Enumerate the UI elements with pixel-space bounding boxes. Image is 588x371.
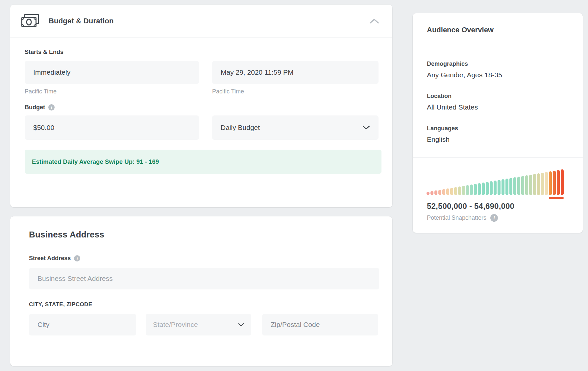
- demographics-value: Any Gender, Ages 18-35: [427, 71, 569, 79]
- snap-ads-manager-page: Budget & Duration Starts & Ends Pacific …: [0, 0, 588, 371]
- audience-bar: [470, 185, 473, 195]
- audience-bar: [498, 180, 501, 195]
- audience-bar: [517, 177, 520, 195]
- business-address-card: Business Address Street Address i CITY, …: [10, 216, 392, 366]
- audience-bar: [533, 174, 536, 195]
- audience-bar: [545, 172, 548, 195]
- audience-overview-card: Audience Overview Demographics Any Gende…: [413, 13, 583, 233]
- audience-bar: [494, 181, 497, 195]
- audience-bar: [430, 191, 433, 195]
- start-timezone-caption: Pacific Time: [25, 88, 199, 95]
- audience-bar: [478, 183, 481, 195]
- audience-chart-highlight-underline: [549, 197, 564, 199]
- swipe-up-estimate-banner: Estimated Daily Average Swipe Up: 91 - 1…: [25, 150, 381, 174]
- chevron-down-icon: [362, 125, 370, 130]
- audience-bar: [434, 190, 437, 195]
- audience-bar: [505, 179, 508, 195]
- audience-bar: [450, 188, 453, 195]
- budget-info-icon[interactable]: i: [48, 104, 55, 111]
- money-icon: [21, 13, 39, 29]
- collapse-chevron-up-icon[interactable]: [369, 18, 379, 24]
- budget-type-selected: Daily Budget: [221, 124, 362, 132]
- budget-duration-body: Starts & Ends Pacific Time Pacific Time …: [10, 37, 392, 174]
- budget-type-dropdown[interactable]: Daily Budget: [212, 115, 379, 140]
- end-timezone-caption: Pacific Time: [212, 88, 379, 95]
- start-time-input[interactable]: [25, 61, 199, 84]
- end-time-input[interactable]: [212, 61, 379, 84]
- audience-bar: [553, 171, 556, 195]
- audience-bar: [438, 190, 441, 195]
- audience-bar: [462, 186, 465, 195]
- languages-section: Languages English: [427, 125, 569, 143]
- budget-duration-title: Budget & Duration: [49, 17, 114, 25]
- audience-bar: [474, 184, 477, 195]
- audience-bar: [557, 170, 560, 195]
- audience-bar: [509, 178, 512, 195]
- audience-bar: [529, 175, 532, 195]
- budget-label: Budget: [25, 104, 45, 111]
- audience-bar: [502, 179, 504, 195]
- reach-label: Potential Snapchatters: [427, 214, 486, 221]
- languages-label: Languages: [427, 125, 569, 132]
- audience-divider: [413, 157, 583, 158]
- demographics-section: Demographics Any Gender, Ages 18-35: [427, 61, 569, 79]
- demographics-label: Demographics: [427, 61, 569, 67]
- state-province-dropdown[interactable]: State/Province: [146, 314, 251, 335]
- business-address-title: Business Address: [29, 230, 379, 240]
- audience-overview-header: Audience Overview: [413, 13, 583, 47]
- audience-bar: [561, 169, 564, 195]
- reach-range-value: 52,500,000 - 54,690,000: [427, 202, 583, 211]
- street-address-info-icon[interactable]: i: [74, 255, 80, 261]
- budget-amount-input[interactable]: [25, 115, 199, 140]
- location-label: Location: [427, 93, 569, 99]
- budget-duration-card: Budget & Duration Starts & Ends Pacific …: [10, 5, 392, 207]
- audience-bar: [490, 181, 493, 195]
- audience-bar: [537, 173, 540, 195]
- audience-bar: [549, 171, 552, 195]
- audience-overview-title: Audience Overview: [427, 26, 494, 34]
- audience-bar: [486, 182, 489, 195]
- audience-bar: [466, 185, 469, 195]
- zip-postal-input[interactable]: [262, 314, 378, 335]
- audience-bar: [458, 186, 461, 195]
- snapchatters-info-icon[interactable]: i: [490, 214, 498, 222]
- starts-ends-label: Starts & Ends: [25, 49, 379, 56]
- languages-value: English: [427, 136, 569, 143]
- chevron-down-icon: [238, 323, 244, 327]
- audience-bar: [521, 176, 524, 195]
- budget-duration-header: Budget & Duration: [10, 5, 392, 37]
- audience-bar: [513, 177, 516, 195]
- street-address-label: Street Address: [29, 255, 71, 262]
- audience-bar: [427, 192, 429, 195]
- audience-bar: [541, 173, 544, 195]
- street-address-input[interactable]: [29, 268, 379, 289]
- location-section: Location All United States: [427, 93, 569, 111]
- audience-bar: [482, 183, 485, 195]
- audience-bar: [446, 188, 449, 195]
- audience-bar: [525, 175, 528, 195]
- location-value: All United States: [427, 103, 569, 111]
- state-province-placeholder: State/Province: [153, 321, 238, 329]
- audience-bar: [454, 187, 457, 195]
- swipe-up-estimate-text: Estimated Daily Average Swipe Up: 91 - 1…: [32, 158, 159, 165]
- city-state-zip-label: CITY, STATE, ZIPCODE: [29, 301, 379, 308]
- audience-bar: [442, 189, 445, 195]
- city-input[interactable]: [29, 314, 136, 335]
- audience-chart: [427, 169, 564, 195]
